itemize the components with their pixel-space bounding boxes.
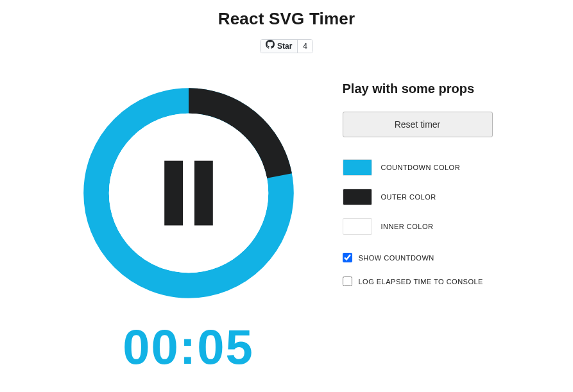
timer-ring[interactable] (73, 78, 304, 309)
countdown-color-label: COUNTDOWN COLOR (381, 164, 461, 171)
github-star-label: Star (277, 40, 292, 53)
inner-color-swatch[interactable] (343, 218, 372, 235)
github-icon (266, 40, 275, 53)
svg-rect-2 (164, 161, 183, 226)
svg-point-1 (108, 114, 268, 273)
show-countdown-checkbox[interactable] (343, 253, 352, 262)
outer-color-label: OUTER COLOR (381, 193, 436, 201)
outer-color-swatch[interactable] (343, 189, 372, 205)
props-heading: Play with some props (343, 81, 500, 96)
log-elapsed-checkbox[interactable] (343, 277, 352, 286)
inner-color-label: INNER COLOR (381, 223, 434, 230)
github-star-count: 4 (298, 40, 312, 53)
props-panel: Play with some props Reset timer COUNTDO… (343, 78, 500, 375)
github-star-button[interactable]: Star 4 (260, 39, 313, 53)
countdown-color-swatch[interactable] (343, 159, 372, 176)
countdown-text: 00:05 (123, 319, 253, 375)
reset-timer-button[interactable]: Reset timer (343, 112, 493, 137)
page-title: React SVG Timer (0, 9, 573, 29)
show-countdown-label: SHOW COUNTDOWN (359, 254, 434, 262)
svg-rect-3 (194, 161, 213, 226)
log-elapsed-label: LOG ELAPSED TIME TO CONSOLE (359, 278, 483, 285)
